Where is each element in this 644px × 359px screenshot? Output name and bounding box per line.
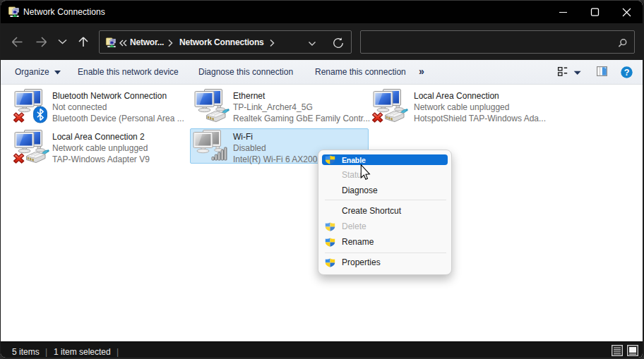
svg-text:?: ? — [624, 68, 630, 78]
